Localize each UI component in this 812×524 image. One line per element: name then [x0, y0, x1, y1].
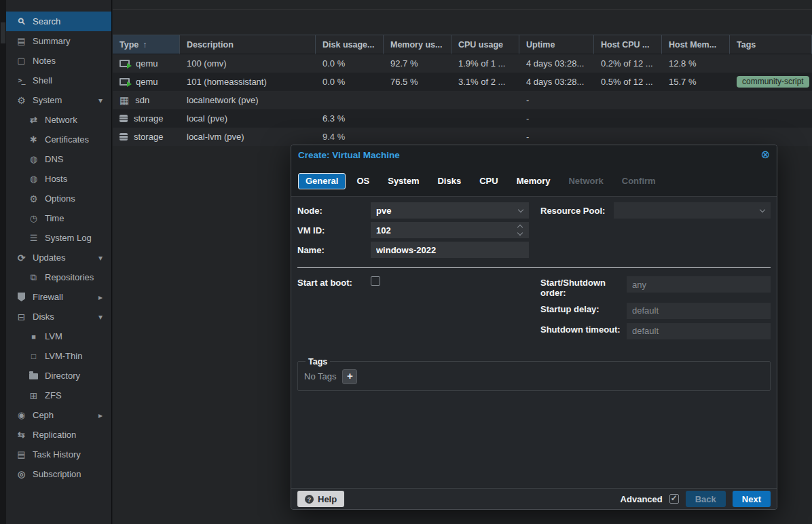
- help-button[interactable]: Help: [297, 491, 344, 507]
- sidebar-item-dns[interactable]: DNS: [6, 149, 111, 169]
- start-at-boot-label: Start at boot:: [297, 276, 371, 343]
- sidebar-item-firewall[interactable]: Firewall: [6, 287, 111, 307]
- column-header-host-mem[interactable]: Host Mem...: [662, 35, 730, 54]
- left-panel-strip: [0, 0, 6, 524]
- proxmox-app: Search Summary Notes Shell System Networ…: [0, 0, 812, 524]
- sidebar-item-notes[interactable]: Notes: [6, 51, 111, 71]
- sidebar-item-repositories[interactable]: Repositories: [6, 267, 111, 287]
- close-icon[interactable]: [761, 149, 770, 160]
- create-vm-dialog: Create: Virtual Machine General OS Syste…: [291, 145, 777, 510]
- sidebar-item-subscription[interactable]: Subscription: [6, 464, 111, 484]
- tab-cpu[interactable]: CPU: [472, 173, 505, 189]
- tab-os[interactable]: OS: [349, 173, 377, 189]
- resource-pool-combobox[interactable]: [614, 202, 771, 219]
- sidebar-item-task-history[interactable]: Task History: [6, 445, 111, 464]
- vmid-spinner-field[interactable]: [371, 222, 529, 238]
- shield-icon: [18, 293, 25, 301]
- vm-icon: [119, 78, 130, 86]
- task-history-icon: [16, 449, 27, 460]
- start-shutdown-order-field[interactable]: [627, 276, 771, 293]
- dialog-footer: Help Advanced Back Next: [291, 488, 777, 509]
- dialog-title: Create: Virtual Machine: [298, 150, 400, 160]
- node-label: Node:: [297, 206, 371, 216]
- splitter-handle[interactable]: [1, 22, 5, 43]
- sidebar-item-shell[interactable]: Shell: [6, 71, 111, 90]
- table-row-storage-local-lvm[interactable]: storage local-lvm (pve) 9.4 % -: [113, 128, 812, 146]
- sidebar-item-certificates[interactable]: Certificates: [6, 130, 111, 149]
- column-header-memory-usage[interactable]: Memory us...: [384, 35, 451, 54]
- sdn-icon: [119, 94, 129, 107]
- square-outline-icon: [28, 352, 39, 361]
- sidebar-item-replication[interactable]: Replication: [6, 425, 111, 445]
- toolbar-divider: [113, 9, 812, 10]
- start-shutdown-order-label: Start/Shutdown order:: [540, 276, 627, 299]
- sidebar-item-summary[interactable]: Summary: [6, 31, 111, 51]
- back-button[interactable]: Back: [686, 491, 726, 507]
- table-row-sdn[interactable]: sdn localnetwork (pve) -: [113, 91, 812, 109]
- startup-delay-label: Startup delay:: [540, 303, 627, 319]
- vmid-label: VM ID:: [297, 225, 371, 236]
- node-sidebar: Search Summary Notes Shell System Networ…: [6, 0, 112, 524]
- table-row-vm-101[interactable]: qemu 101 (homeassistant) 0.0 % 76.5 % 3.…: [113, 73, 812, 91]
- resource-table: Type Description Disk usage... Memory us…: [113, 35, 812, 146]
- sidebar-item-updates[interactable]: Updates: [6, 248, 111, 267]
- sidebar-item-ceph[interactable]: Ceph: [6, 405, 111, 425]
- tags-fieldset: Tags No Tags: [297, 357, 771, 391]
- shutdown-timeout-field[interactable]: [627, 323, 771, 339]
- gear-icon: [28, 193, 39, 204]
- column-header-uptime[interactable]: Uptime: [519, 35, 594, 54]
- next-button[interactable]: Next: [733, 491, 771, 507]
- tab-system[interactable]: System: [380, 173, 426, 189]
- sidebar-item-options[interactable]: Options: [6, 189, 111, 208]
- square-icon: [28, 333, 39, 341]
- dialog-body: Node: Resource Pool: VM ID:: [291, 197, 777, 487]
- storage-icon: [119, 115, 128, 122]
- column-header-disk-usage[interactable]: Disk usage...: [316, 35, 384, 54]
- node-combobox[interactable]: [371, 202, 529, 219]
- resource-pool-label: Resource Pool:: [540, 206, 614, 216]
- replication-icon: [16, 430, 27, 440]
- sidebar-item-search[interactable]: Search: [6, 12, 111, 31]
- sidebar-item-disks[interactable]: Disks: [6, 307, 111, 326]
- globe-icon: [28, 174, 39, 184]
- tags-legend: Tags: [306, 357, 330, 367]
- column-header-host-cpu[interactable]: Host CPU ...: [594, 35, 662, 54]
- clock-icon: [28, 213, 39, 223]
- column-header-tags[interactable]: Tags: [730, 35, 812, 54]
- sidebar-item-network[interactable]: Network: [6, 110, 111, 130]
- list-icon: [28, 233, 39, 243]
- table-header-row: Type Description Disk usage... Memory us…: [113, 35, 812, 54]
- table-row-vm-100[interactable]: qemu 100 (omv) 0.0 % 92.7 % 1.9% of 1 ..…: [113, 54, 812, 73]
- sidebar-item-lvm[interactable]: LVM: [6, 326, 111, 346]
- sidebar-item-lvm-thin[interactable]: LVM-Thin: [6, 346, 111, 366]
- sidebar-item-system[interactable]: System: [6, 90, 111, 110]
- sidebar-item-directory[interactable]: Directory: [6, 366, 111, 386]
- note-icon: [16, 56, 27, 66]
- tab-disks[interactable]: Disks: [430, 173, 468, 189]
- sidebar-item-zfs[interactable]: ZFS: [6, 386, 111, 405]
- tab-general[interactable]: General: [298, 173, 346, 189]
- globe-icon: [28, 154, 39, 164]
- tab-memory[interactable]: Memory: [509, 173, 558, 189]
- column-header-description[interactable]: Description: [180, 35, 316, 54]
- table-row-storage-local[interactable]: storage local (pve) 6.3 % -: [113, 109, 812, 128]
- grid-icon: [28, 390, 39, 401]
- vm-icon: [119, 60, 130, 67]
- shutdown-timeout-label: Shutdown timeout:: [540, 323, 627, 339]
- sidebar-item-system-log[interactable]: System Log: [6, 228, 111, 248]
- column-header-cpu-usage[interactable]: CPU usage: [451, 35, 519, 54]
- search-icon: [16, 16, 27, 26]
- no-tags-text: No Tags: [304, 371, 336, 381]
- column-header-type[interactable]: Type: [113, 35, 180, 54]
- sidebar-item-hosts[interactable]: Hosts: [6, 169, 111, 189]
- spinner-up-down-icon[interactable]: [517, 225, 523, 236]
- refresh-icon: [16, 252, 27, 263]
- section-divider: [297, 267, 771, 268]
- dialog-titlebar[interactable]: Create: Virtual Machine: [291, 145, 777, 164]
- advanced-checkbox[interactable]: [669, 494, 679, 504]
- start-at-boot-checkbox[interactable]: [371, 276, 380, 286]
- sidebar-item-time[interactable]: Time: [6, 208, 111, 228]
- startup-delay-field[interactable]: [627, 303, 771, 319]
- add-tag-button[interactable]: [342, 369, 357, 384]
- vm-name-field[interactable]: [371, 242, 529, 258]
